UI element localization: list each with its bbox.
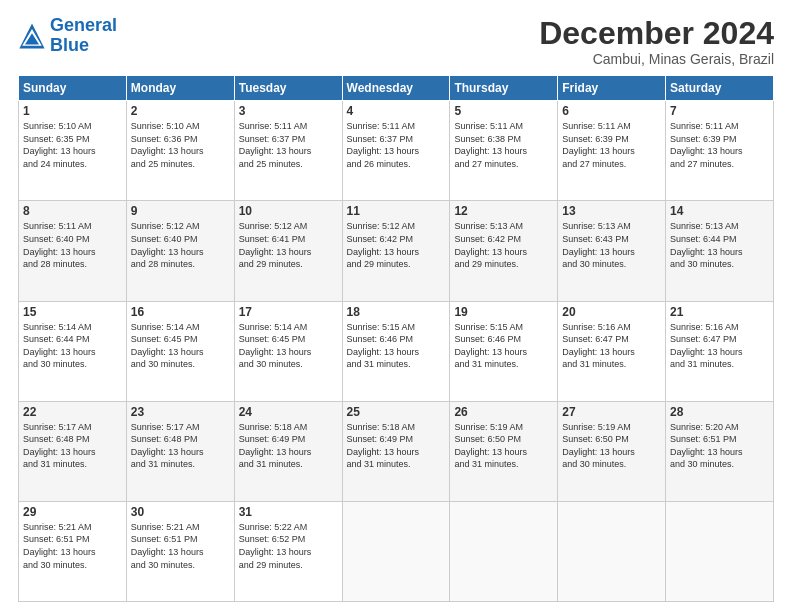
day-info: Sunrise: 5:14 AMSunset: 6:44 PMDaylight:…: [23, 321, 122, 371]
day-number: 30: [131, 505, 230, 519]
calendar-cell: 15Sunrise: 5:14 AMSunset: 6:44 PMDayligh…: [19, 301, 127, 401]
day-info: Sunrise: 5:14 AMSunset: 6:45 PMDaylight:…: [131, 321, 230, 371]
calendar-cell: 18Sunrise: 5:15 AMSunset: 6:46 PMDayligh…: [342, 301, 450, 401]
day-info: Sunrise: 5:15 AMSunset: 6:46 PMDaylight:…: [347, 321, 446, 371]
day-number: 1: [23, 104, 122, 118]
day-info: Sunrise: 5:11 AMSunset: 6:37 PMDaylight:…: [347, 120, 446, 170]
calendar-cell: 8Sunrise: 5:11 AMSunset: 6:40 PMDaylight…: [19, 201, 127, 301]
day-info: Sunrise: 5:18 AMSunset: 6:49 PMDaylight:…: [347, 421, 446, 471]
day-info: Sunrise: 5:16 AMSunset: 6:47 PMDaylight:…: [670, 321, 769, 371]
calendar-cell: 22Sunrise: 5:17 AMSunset: 6:48 PMDayligh…: [19, 401, 127, 501]
day-info: Sunrise: 5:13 AMSunset: 6:42 PMDaylight:…: [454, 220, 553, 270]
calendar-cell: 19Sunrise: 5:15 AMSunset: 6:46 PMDayligh…: [450, 301, 558, 401]
day-info: Sunrise: 5:16 AMSunset: 6:47 PMDaylight:…: [562, 321, 661, 371]
calendar-cell: [666, 501, 774, 601]
header-sunday: Sunday: [19, 76, 127, 101]
calendar-cell: 20Sunrise: 5:16 AMSunset: 6:47 PMDayligh…: [558, 301, 666, 401]
logo-icon: [18, 22, 46, 50]
day-number: 29: [23, 505, 122, 519]
calendar-cell: 5Sunrise: 5:11 AMSunset: 6:38 PMDaylight…: [450, 101, 558, 201]
logo-text: General Blue: [50, 16, 117, 56]
calendar-cell: 6Sunrise: 5:11 AMSunset: 6:39 PMDaylight…: [558, 101, 666, 201]
day-number: 31: [239, 505, 338, 519]
day-info: Sunrise: 5:18 AMSunset: 6:49 PMDaylight:…: [239, 421, 338, 471]
calendar-cell: 24Sunrise: 5:18 AMSunset: 6:49 PMDayligh…: [234, 401, 342, 501]
day-number: 2: [131, 104, 230, 118]
calendar-cell: 16Sunrise: 5:14 AMSunset: 6:45 PMDayligh…: [126, 301, 234, 401]
header-friday: Friday: [558, 76, 666, 101]
day-number: 14: [670, 204, 769, 218]
logo-line1: General: [50, 15, 117, 35]
day-info: Sunrise: 5:14 AMSunset: 6:45 PMDaylight:…: [239, 321, 338, 371]
header-tuesday: Tuesday: [234, 76, 342, 101]
calendar-cell: 7Sunrise: 5:11 AMSunset: 6:39 PMDaylight…: [666, 101, 774, 201]
day-number: 4: [347, 104, 446, 118]
header-monday: Monday: [126, 76, 234, 101]
calendar-cell: 4Sunrise: 5:11 AMSunset: 6:37 PMDaylight…: [342, 101, 450, 201]
calendar-cell: 17Sunrise: 5:14 AMSunset: 6:45 PMDayligh…: [234, 301, 342, 401]
calendar-cell: 3Sunrise: 5:11 AMSunset: 6:37 PMDaylight…: [234, 101, 342, 201]
day-info: Sunrise: 5:17 AMSunset: 6:48 PMDaylight:…: [131, 421, 230, 471]
calendar-week-1: 1Sunrise: 5:10 AMSunset: 6:35 PMDaylight…: [19, 101, 774, 201]
calendar-cell: [342, 501, 450, 601]
day-info: Sunrise: 5:21 AMSunset: 6:51 PMDaylight:…: [23, 521, 122, 571]
calendar-week-4: 22Sunrise: 5:17 AMSunset: 6:48 PMDayligh…: [19, 401, 774, 501]
day-number: 3: [239, 104, 338, 118]
day-number: 6: [562, 104, 661, 118]
day-info: Sunrise: 5:10 AMSunset: 6:35 PMDaylight:…: [23, 120, 122, 170]
day-number: 22: [23, 405, 122, 419]
calendar-week-3: 15Sunrise: 5:14 AMSunset: 6:44 PMDayligh…: [19, 301, 774, 401]
day-info: Sunrise: 5:11 AMSunset: 6:38 PMDaylight:…: [454, 120, 553, 170]
day-info: Sunrise: 5:12 AMSunset: 6:41 PMDaylight:…: [239, 220, 338, 270]
calendar-cell: [450, 501, 558, 601]
day-number: 19: [454, 305, 553, 319]
calendar-cell: 26Sunrise: 5:19 AMSunset: 6:50 PMDayligh…: [450, 401, 558, 501]
calendar-cell: 14Sunrise: 5:13 AMSunset: 6:44 PMDayligh…: [666, 201, 774, 301]
calendar-cell: 31Sunrise: 5:22 AMSunset: 6:52 PMDayligh…: [234, 501, 342, 601]
calendar-cell: 21Sunrise: 5:16 AMSunset: 6:47 PMDayligh…: [666, 301, 774, 401]
day-info: Sunrise: 5:17 AMSunset: 6:48 PMDaylight:…: [23, 421, 122, 471]
day-number: 5: [454, 104, 553, 118]
day-number: 7: [670, 104, 769, 118]
title-section: December 2024 Cambui, Minas Gerais, Braz…: [539, 16, 774, 67]
calendar-cell: 13Sunrise: 5:13 AMSunset: 6:43 PMDayligh…: [558, 201, 666, 301]
calendar-cell: 27Sunrise: 5:19 AMSunset: 6:50 PMDayligh…: [558, 401, 666, 501]
day-info: Sunrise: 5:12 AMSunset: 6:42 PMDaylight:…: [347, 220, 446, 270]
calendar-cell: 29Sunrise: 5:21 AMSunset: 6:51 PMDayligh…: [19, 501, 127, 601]
page: General Blue December 2024 Cambui, Minas…: [0, 0, 792, 612]
day-number: 16: [131, 305, 230, 319]
header-thursday: Thursday: [450, 76, 558, 101]
day-number: 25: [347, 405, 446, 419]
calendar-cell: 12Sunrise: 5:13 AMSunset: 6:42 PMDayligh…: [450, 201, 558, 301]
day-number: 15: [23, 305, 122, 319]
calendar-cell: 11Sunrise: 5:12 AMSunset: 6:42 PMDayligh…: [342, 201, 450, 301]
day-number: 23: [131, 405, 230, 419]
subtitle: Cambui, Minas Gerais, Brazil: [539, 51, 774, 67]
day-info: Sunrise: 5:13 AMSunset: 6:43 PMDaylight:…: [562, 220, 661, 270]
calendar-cell: 25Sunrise: 5:18 AMSunset: 6:49 PMDayligh…: [342, 401, 450, 501]
day-number: 8: [23, 204, 122, 218]
day-info: Sunrise: 5:13 AMSunset: 6:44 PMDaylight:…: [670, 220, 769, 270]
calendar-table: Sunday Monday Tuesday Wednesday Thursday…: [18, 75, 774, 602]
day-info: Sunrise: 5:19 AMSunset: 6:50 PMDaylight:…: [454, 421, 553, 471]
day-info: Sunrise: 5:10 AMSunset: 6:36 PMDaylight:…: [131, 120, 230, 170]
calendar-cell: 10Sunrise: 5:12 AMSunset: 6:41 PMDayligh…: [234, 201, 342, 301]
calendar-cell: 23Sunrise: 5:17 AMSunset: 6:48 PMDayligh…: [126, 401, 234, 501]
calendar-cell: [558, 501, 666, 601]
logo-line2: Blue: [50, 35, 89, 55]
calendar-cell: 28Sunrise: 5:20 AMSunset: 6:51 PMDayligh…: [666, 401, 774, 501]
day-number: 28: [670, 405, 769, 419]
top-section: General Blue December 2024 Cambui, Minas…: [18, 16, 774, 67]
day-number: 24: [239, 405, 338, 419]
day-info: Sunrise: 5:15 AMSunset: 6:46 PMDaylight:…: [454, 321, 553, 371]
header-saturday: Saturday: [666, 76, 774, 101]
day-number: 27: [562, 405, 661, 419]
logo: General Blue: [18, 16, 117, 56]
day-info: Sunrise: 5:11 AMSunset: 6:40 PMDaylight:…: [23, 220, 122, 270]
day-info: Sunrise: 5:11 AMSunset: 6:37 PMDaylight:…: [239, 120, 338, 170]
calendar-week-5: 29Sunrise: 5:21 AMSunset: 6:51 PMDayligh…: [19, 501, 774, 601]
day-info: Sunrise: 5:20 AMSunset: 6:51 PMDaylight:…: [670, 421, 769, 471]
calendar-cell: 9Sunrise: 5:12 AMSunset: 6:40 PMDaylight…: [126, 201, 234, 301]
day-number: 9: [131, 204, 230, 218]
day-number: 26: [454, 405, 553, 419]
